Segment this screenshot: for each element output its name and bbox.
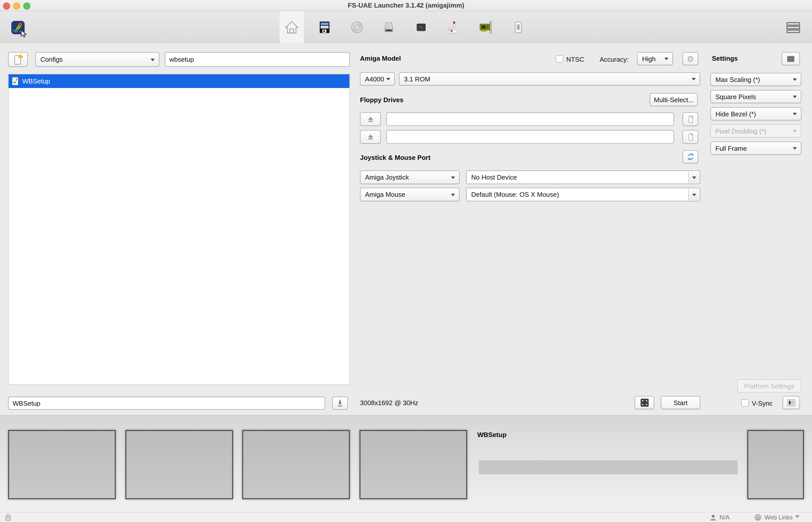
tab-floppy-drives[interactable] (312, 11, 337, 43)
joystick-icon (446, 20, 461, 34)
floppy-1-path-input[interactable] (386, 130, 674, 144)
vsync-label: V-Sync (752, 400, 773, 407)
accuracy-select[interactable]: High (637, 52, 673, 65)
status-bar: N/A Web Links (0, 512, 812, 522)
bottom-config-title: WBSetup (477, 431, 507, 439)
expansion-card-icon (478, 19, 494, 35)
floppy-0-browse-button[interactable] (683, 112, 698, 126)
screenshot-placeholder-1 (8, 430, 116, 499)
config-name-input[interactable] (8, 397, 325, 410)
accuracy-label: Accuracy: (600, 56, 628, 63)
settings-header: Settings (712, 55, 738, 62)
document-browse-icon (686, 132, 695, 142)
tab-cd-roms[interactable] (345, 11, 369, 43)
tab-hard-drives[interactable] (377, 11, 401, 43)
port-1-mode-value: Amiga Mouse (365, 191, 405, 198)
screenshot-placeholder-3 (242, 430, 350, 499)
joystick-mouse-header: Joystick & Mouse Port (360, 154, 431, 161)
platform-settings-label: Platform Settings (744, 382, 794, 390)
floppy-disk-icon (317, 20, 332, 34)
refresh-devices-button[interactable] (683, 150, 698, 163)
chevron-down-icon (692, 194, 696, 198)
screenshot-placeholder-2 (125, 430, 233, 499)
login-status[interactable]: N/A (709, 513, 730, 522)
port-1-device-value: Default (Mouse: OS X Mouse) (471, 191, 559, 198)
new-config-icon (13, 53, 23, 66)
config-list[interactable]: WBSetup (8, 74, 350, 385)
vsync-checkbox[interactable] (741, 399, 749, 407)
rom-select[interactable]: 3.1 ROM (399, 72, 700, 85)
amiga-model-header: Amiga Model (360, 55, 401, 62)
port-1-mode-select[interactable]: Amiga Mouse (360, 188, 460, 201)
monitor-select-button[interactable] (783, 396, 800, 409)
user-icon (709, 514, 717, 521)
tab-additional-config[interactable] (506, 11, 530, 43)
window-title: FS-UAE Launcher 3.1.42 (amigajimm) (0, 1, 812, 9)
start-label: Start (674, 399, 688, 406)
menu-button[interactable] (784, 21, 803, 34)
hard-drive-icon (382, 20, 396, 34)
chevron-down-icon (793, 130, 797, 135)
document-browse-icon (686, 114, 695, 124)
setting-scaling-select[interactable]: Max Scaling (*) (710, 73, 801, 86)
setting-doubling-select: Pixel Doubling (*) (710, 124, 801, 138)
amiga-model-select[interactable]: A4000 (360, 72, 395, 85)
config-type-select[interactable]: Configs (35, 52, 159, 67)
fullscreen-toggle-button[interactable] (634, 396, 654, 409)
fs-uae-launcher-window: FS-UAE Launcher 3.1.42 (amigajimm) FS (0, 0, 812, 522)
screenshot-panel: WBSetup (0, 415, 812, 512)
home-icon (284, 19, 299, 35)
port-0-mode-select[interactable]: Amiga Joystick (360, 170, 460, 184)
port-1-device-select[interactable]: Default (Mouse: OS X Mouse) (466, 188, 700, 201)
chevron-down-icon (451, 194, 455, 198)
multi-select-button[interactable]: Multi-Select... (650, 93, 698, 106)
model-settings-button[interactable]: ⚙ (683, 52, 698, 65)
floppy-drives-header: Floppy Drives (360, 96, 403, 104)
chevron-down-icon (793, 96, 797, 100)
screenshot-placeholder-5 (747, 430, 804, 499)
chevron-down-icon (793, 113, 797, 117)
chevron-down-icon (692, 176, 696, 181)
floppy-0-path-input[interactable] (386, 112, 674, 126)
chevron-down-icon (692, 78, 696, 82)
globe-icon (754, 514, 762, 522)
port-0-mode-value: Amiga Joystick (365, 174, 409, 181)
config-summary-bar (479, 460, 738, 475)
title-bar: FS-UAE Launcher 3.1.42 (amigajimm) (0, 0, 812, 11)
save-config-button[interactable] (332, 397, 348, 410)
tab-expansions[interactable] (474, 11, 498, 43)
new-config-button[interactable] (8, 52, 28, 67)
amiga-model-value: A4000 (365, 75, 384, 83)
tab-home[interactable] (279, 11, 304, 43)
resolution-status: 3008x1692 @ 30Hz (360, 399, 418, 407)
floppy-0-eject-button[interactable] (360, 112, 381, 126)
tab-rom-ram[interactable] (409, 11, 433, 43)
platform-settings-button: Platform Settings (737, 379, 801, 393)
web-links-dropdown[interactable]: Web Links (754, 513, 799, 522)
floppy-1-browse-button[interactable] (683, 130, 698, 144)
config-list-item-selected[interactable]: WBSetup (8, 74, 349, 88)
port-0-device-select[interactable]: No Host Device (466, 170, 700, 184)
floppy-1-eject-button[interactable] (360, 130, 381, 144)
chevron-down-icon (664, 58, 668, 62)
cd-rom-icon (350, 20, 364, 34)
rom-value: 3.1 ROM (404, 75, 430, 83)
setting-pixels-select[interactable]: Square Pixels (710, 90, 801, 103)
setting-doubling-value: Pixel Doubling (*) (715, 127, 766, 135)
config-search-input[interactable] (165, 52, 350, 67)
setting-bezel-select[interactable]: Hide Bezel (*) (710, 107, 801, 120)
lock-icon (4, 514, 12, 522)
setting-frame-select[interactable]: Full Frame (710, 142, 801, 155)
refresh-icon (686, 152, 695, 161)
setting-pixels-value: Square Pixels (715, 93, 756, 100)
list-icon (786, 54, 796, 63)
tab-input-joystick[interactable] (441, 11, 466, 43)
start-button[interactable]: Start (661, 396, 700, 409)
settings-list-button[interactable] (782, 52, 800, 65)
save-icon (335, 398, 345, 408)
chevron-down-icon (793, 78, 797, 83)
ntsc-checkbox[interactable] (556, 55, 563, 63)
chevron-down-icon (151, 58, 155, 63)
screenshot-placeholder-4 (359, 430, 467, 499)
mouse-cursor (21, 30, 27, 37)
